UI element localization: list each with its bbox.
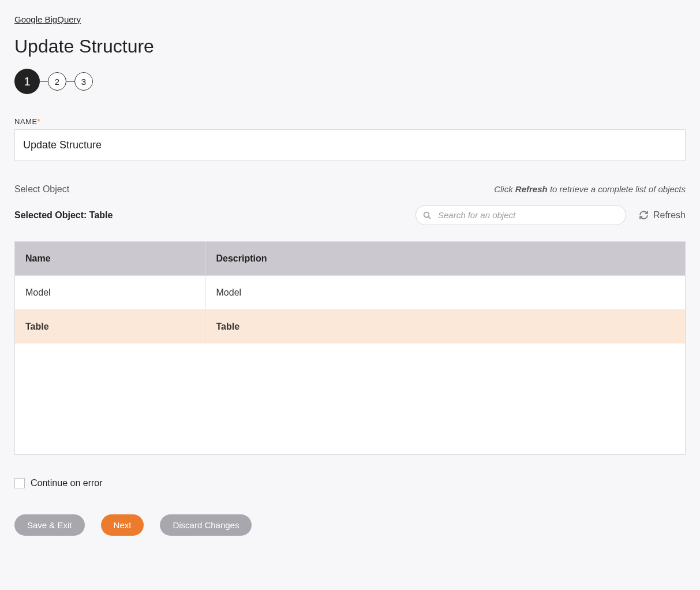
table-cell-name: Table: [15, 310, 205, 344]
table-cell-description: Model: [205, 276, 685, 310]
continue-on-error-checkbox[interactable]: [14, 478, 25, 488]
search-icon: [422, 211, 432, 220]
refresh-hint: Click Refresh to retrieve a complete lis…: [494, 184, 686, 194]
save-exit-button[interactable]: Save & Exit: [14, 514, 85, 536]
step-connector: [40, 81, 48, 82]
table-header-description[interactable]: Description: [205, 242, 685, 276]
object-table: Name Description Model Model Table Table: [14, 241, 686, 455]
stepper: 1 2 3: [14, 69, 686, 94]
continue-on-error-label: Continue on error: [31, 478, 103, 488]
table-cell-name: Model: [15, 276, 205, 310]
search-input[interactable]: [415, 205, 626, 225]
table-row[interactable]: Model Model: [15, 276, 685, 310]
discard-changes-button[interactable]: Discard Changes: [160, 514, 252, 536]
page-title: Update Structure: [14, 36, 686, 57]
next-button[interactable]: Next: [101, 514, 144, 536]
refresh-label: Refresh: [653, 210, 686, 221]
table-header-name[interactable]: Name: [15, 242, 205, 276]
table-row[interactable]: Table Table: [15, 310, 685, 344]
svg-line-1: [428, 216, 431, 219]
table-cell-description: Table: [205, 310, 685, 344]
refresh-button[interactable]: Refresh: [639, 210, 686, 221]
svg-point-0: [424, 212, 429, 217]
selected-object-label: Selected Object: Table: [14, 210, 113, 221]
refresh-icon: [639, 210, 649, 220]
breadcrumb-link[interactable]: Google BigQuery: [14, 14, 81, 24]
name-field-label: NAME*: [14, 117, 686, 126]
step-1[interactable]: 1: [14, 69, 40, 94]
step-2[interactable]: 2: [48, 72, 66, 91]
name-input[interactable]: [14, 129, 686, 161]
step-3[interactable]: 3: [74, 72, 93, 91]
select-object-label: Select Object: [14, 184, 69, 195]
required-asterisk: *: [38, 117, 41, 126]
step-connector: [66, 81, 74, 82]
